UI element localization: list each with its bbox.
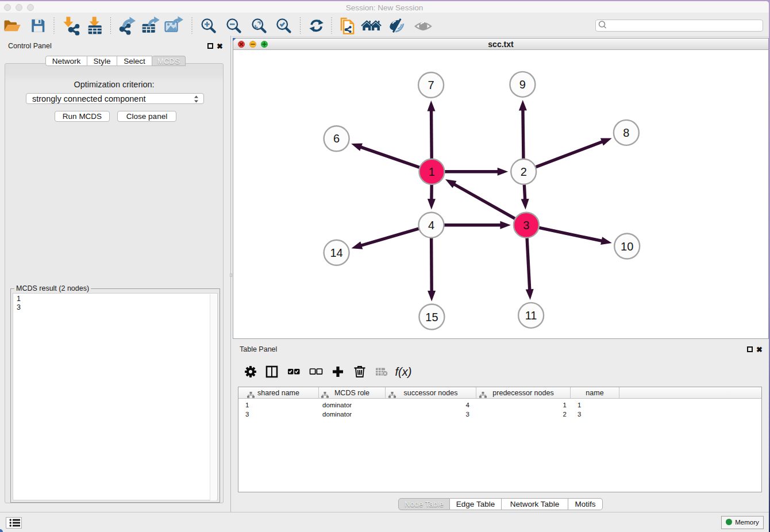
svg-text:6: 6: [333, 132, 340, 145]
svg-text:14: 14: [330, 246, 342, 259]
svg-text:11: 11: [525, 309, 537, 322]
svg-text:f(x): f(x): [395, 365, 412, 378]
svg-text:9: 9: [519, 78, 526, 91]
svg-text:4: 4: [428, 219, 434, 232]
svg-text:1: 1: [429, 165, 435, 178]
svg-text:2: 2: [521, 165, 527, 178]
svg-text:7: 7: [428, 79, 434, 91]
svg-text:8: 8: [623, 126, 629, 139]
svg-text:10: 10: [621, 240, 633, 253]
svg-text:15: 15: [425, 311, 438, 323]
svg-text:3: 3: [523, 219, 529, 232]
